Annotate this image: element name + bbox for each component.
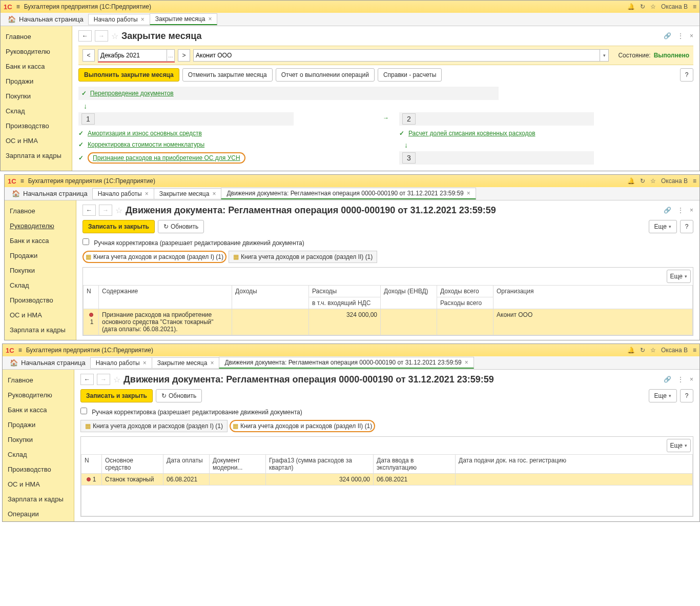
- tab-section-2[interactable]: ▦Книга учета доходов и расходов (раздел …: [230, 420, 375, 432]
- col-pay-date[interactable]: Дата оплаты: [163, 455, 210, 474]
- kebab-icon[interactable]: ⋮: [677, 376, 684, 383]
- col-n[interactable]: N: [84, 286, 99, 309]
- tab-home[interactable]: 🏠 Начальная страница: [5, 357, 91, 368]
- op-share-link[interactable]: Расчет долей списания косвенных расходов: [408, 130, 536, 137]
- panel-icon[interactable]: ≡: [693, 177, 696, 185]
- close-icon[interactable]: ×: [467, 190, 470, 197]
- hamburger-icon[interactable]: ≡: [16, 3, 20, 10]
- col-asset[interactable]: Основное средство: [102, 455, 163, 474]
- sidebar-item[interactable]: Продажи: [1, 74, 72, 89]
- manual-correction-checkbox[interactable]: [83, 238, 89, 245]
- history-icon[interactable]: ↻: [640, 177, 645, 185]
- col-org[interactable]: Организация: [493, 286, 693, 309]
- sidebar-item[interactable]: Склад: [3, 447, 74, 462]
- sidebar-item[interactable]: Руководителю: [3, 388, 74, 402]
- help-button[interactable]: ?: [680, 220, 693, 233]
- sidebar-item[interactable]: Производство: [1, 118, 72, 133]
- kebab-icon[interactable]: ⋮: [677, 32, 684, 39]
- close-icon[interactable]: ×: [690, 376, 693, 383]
- close-icon[interactable]: ×: [210, 359, 214, 367]
- close-icon[interactable]: ×: [465, 359, 468, 366]
- bell-icon[interactable]: 🔔: [627, 177, 635, 185]
- tab-month-close[interactable]: Закрытие месяца×: [152, 357, 220, 369]
- tab-section-1[interactable]: ▦Книга учета доходов и расходов (раздел …: [80, 420, 228, 432]
- sidebar-item[interactable]: Банк и касса: [5, 233, 76, 248]
- tab-start[interactable]: Начало работы×: [92, 188, 154, 199]
- period-prev-button[interactable]: <: [83, 49, 95, 62]
- op-correction-link[interactable]: Корректировка стоимости номенклатуры: [88, 141, 204, 148]
- op-recognition-link[interactable]: Признание расходов на приобретение ОС дл…: [93, 154, 240, 161]
- close-icon[interactable]: ×: [145, 190, 149, 197]
- link-icon[interactable]: 🔗: [664, 376, 671, 383]
- execute-close-button[interactable]: Выполнить закрытие месяца: [78, 68, 179, 82]
- col-reg-date[interactable]: Дата подачи док. на гос. регистрацию: [456, 455, 693, 474]
- favorite-icon[interactable]: ☆: [113, 375, 120, 385]
- sidebar-item[interactable]: ОС и НМА: [1, 133, 72, 148]
- nav-forward-button[interactable]: →: [97, 374, 110, 385]
- period-dropdown-icon[interactable]: ...: [167, 49, 175, 62]
- sidebar-item[interactable]: Руководителю: [1, 44, 72, 59]
- sidebar-item[interactable]: Зарплата и кадры: [1, 148, 72, 163]
- sidebar-item[interactable]: Руководителю: [5, 218, 76, 233]
- op-amortization-link[interactable]: Амортизация и износ основных средств: [88, 130, 202, 137]
- hamburger-icon[interactable]: ≡: [20, 177, 24, 185]
- more-button[interactable]: Еще ▾: [649, 220, 677, 233]
- tab-start[interactable]: Начало работы×: [88, 14, 150, 25]
- favorite-icon[interactable]: ☆: [111, 31, 118, 41]
- col-expense-sub[interactable]: в т.ч. входящий НДС: [309, 297, 381, 309]
- col-income-total[interactable]: Доходы всего: [437, 286, 493, 297]
- tab-home[interactable]: 🏠 Начальная страница: [3, 14, 89, 25]
- report-button[interactable]: Отчет о выполнении операций: [276, 68, 375, 82]
- col-income-envd[interactable]: Доходы (ЕНВД): [381, 286, 437, 309]
- star-icon[interactable]: ☆: [650, 3, 656, 10]
- table-row[interactable]: 1 Станок токарный 06.08.2021 324 000,00 …: [81, 474, 693, 486]
- close-icon[interactable]: ×: [690, 32, 693, 39]
- help-button[interactable]: ?: [680, 389, 693, 402]
- sidebar-item[interactable]: Производство: [5, 293, 76, 308]
- tab-start[interactable]: Начало работы×: [90, 357, 152, 369]
- user-label[interactable]: Оксана В: [661, 347, 688, 354]
- panel-icon[interactable]: ≡: [693, 347, 696, 354]
- tab-month-close[interactable]: Закрытие месяца×: [150, 13, 218, 25]
- sidebar-item[interactable]: Главное: [3, 373, 74, 388]
- sidebar-item[interactable]: Зарплата и кадры: [5, 322, 76, 337]
- col-content[interactable]: Содержание: [99, 286, 232, 309]
- manual-correction-checkbox[interactable]: [80, 408, 87, 414]
- sidebar-item[interactable]: ОС и НМА: [5, 308, 76, 322]
- sidebar-item[interactable]: Склад: [5, 278, 76, 293]
- user-label[interactable]: Оксана В: [661, 3, 688, 10]
- sidebar-item[interactable]: Операции: [3, 507, 74, 521]
- sidebar-item[interactable]: Покупки: [1, 89, 72, 104]
- bell-icon[interactable]: 🔔: [627, 3, 635, 10]
- more-button[interactable]: Еще ▾: [649, 389, 677, 402]
- col-n[interactable]: N: [81, 455, 102, 474]
- history-icon[interactable]: ↻: [640, 347, 645, 354]
- star-icon[interactable]: ☆: [650, 347, 656, 354]
- sidebar-item[interactable]: Главное: [1, 29, 72, 44]
- hamburger-icon[interactable]: ≡: [18, 347, 22, 354]
- org-dropdown-icon[interactable]: ▾: [600, 49, 609, 62]
- nav-forward-button[interactable]: →: [99, 205, 112, 216]
- save-close-button[interactable]: Записать и закрыть: [83, 220, 155, 233]
- link-icon[interactable]: 🔗: [664, 32, 671, 39]
- sidebar-item[interactable]: Покупки: [3, 432, 74, 447]
- tab-section-2[interactable]: ▦Книга учета доходов и расходов (раздел …: [229, 251, 377, 263]
- refresh-button[interactable]: ↻Обновить: [156, 389, 202, 402]
- refresh-button[interactable]: ↻Обновить: [158, 220, 204, 233]
- panel-icon[interactable]: ≡: [693, 3, 696, 10]
- sidebar-item[interactable]: Склад: [1, 104, 72, 118]
- sidebar-item[interactable]: Банк и касса: [1, 59, 72, 74]
- col-commission[interactable]: Дата ввода в эксплуатацию: [374, 455, 456, 474]
- cancel-close-button[interactable]: Отменить закрытие месяца: [182, 68, 273, 82]
- col-mod-doc[interactable]: Документ модерни...: [210, 455, 266, 474]
- close-icon[interactable]: ×: [690, 207, 693, 214]
- close-icon[interactable]: ×: [212, 190, 216, 197]
- table-more-button[interactable]: Еще ▾: [667, 270, 691, 283]
- tab-doc-movements[interactable]: Движения документа: Регламентная операци…: [219, 357, 473, 369]
- tab-home[interactable]: 🏠 Начальная страница: [7, 188, 93, 199]
- tab-doc-movements[interactable]: Движения документа: Регламентная операци…: [221, 188, 476, 199]
- nav-back-button[interactable]: ←: [78, 30, 92, 42]
- tab-month-close[interactable]: Закрытие месяца×: [154, 188, 222, 199]
- kebab-icon[interactable]: ⋮: [677, 207, 684, 214]
- favorite-icon[interactable]: ☆: [115, 206, 122, 215]
